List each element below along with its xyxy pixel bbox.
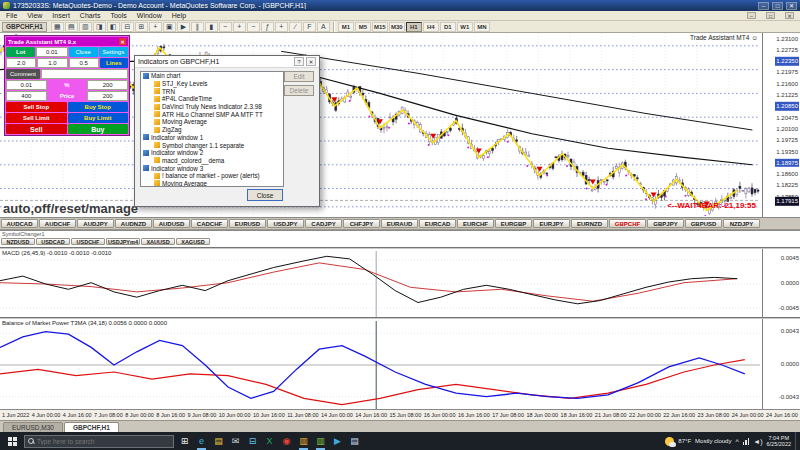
indicator-item[interactable]: ATR HiLo Channel SMP AA MTF TT — [141, 110, 283, 118]
symbol-gbpusd[interactable]: GBPUSD — [685, 219, 722, 228]
menu-insert[interactable]: Insert — [52, 12, 70, 19]
timeframe-m15[interactable]: M15 — [372, 22, 388, 32]
indicator-group[interactable]: Indicator window 3 — [141, 164, 283, 172]
bar-chart-icon[interactable]: ∥ — [191, 22, 204, 32]
indicator-item[interactable]: Moving Average — [141, 118, 283, 126]
symbol-audcad[interactable]: AUDCAD — [1, 219, 38, 228]
symbol-eurusd[interactable]: EURUSD — [229, 219, 266, 228]
tp-button-buy-stop[interactable]: Buy Stop — [68, 102, 129, 112]
profiles-icon[interactable]: ▤ — [65, 22, 78, 32]
file-explorer-icon[interactable]: ▤ — [210, 432, 227, 450]
indicator-group[interactable]: Indicator window 2 — [141, 149, 283, 157]
indicator-item[interactable]: Moving Average — [141, 180, 283, 187]
navigator-icon[interactable]: ◧ — [107, 22, 120, 32]
tp-button-sell[interactable]: Sell — [6, 124, 67, 134]
trade-panel-titlebar[interactable]: Trade Assistant MT4 9.x ✕ — [6, 37, 128, 46]
dialog-close-button[interactable]: Close — [247, 189, 283, 201]
time-axis[interactable]: 1 Jun 20224 Jun 00:004 Jun 16:007 Jun 08… — [0, 409, 800, 420]
tp-button-close[interactable]: Close — [69, 47, 98, 57]
trade-panel-close-icon[interactable]: ✕ — [119, 38, 126, 45]
timeframe-m1[interactable]: M1 — [338, 22, 354, 32]
indicator-group[interactable]: Indicator window 1 — [141, 134, 283, 142]
tp-button-1-0[interactable]: 1.0 — [37, 58, 67, 68]
symbol-gbpjpy[interactable]: GBPJPY — [647, 219, 684, 228]
symbol-audnzd[interactable]: AUDNZD — [115, 219, 152, 228]
timeframe-m30[interactable]: M30 — [389, 22, 405, 32]
price-axis[interactable]: 1.231001.227251.223501.219751.216001.212… — [762, 33, 800, 217]
metaeditor-icon[interactable]: ▣ — [163, 22, 176, 32]
symbol-eurgbp[interactable]: EURGBP — [495, 219, 532, 228]
crosshair-icon[interactable]: + — [275, 22, 288, 32]
timeframe-h4[interactable]: H4 — [423, 22, 439, 32]
fibonacci-icon[interactable]: F — [303, 22, 316, 32]
data-window-icon[interactable]: ◨ — [93, 22, 106, 32]
child-close-button[interactable]: ✕ — [785, 12, 794, 19]
tp-button-400[interactable]: 400 — [6, 91, 47, 101]
tp-button-0-01[interactable]: 0.01 — [6, 80, 47, 90]
taskbar-search[interactable] — [24, 435, 174, 448]
indicator-item[interactable]: STJ_Key Levels — [141, 80, 283, 88]
symbol-eurjpy[interactable]: EURJPY — [533, 219, 570, 228]
timeframe-mn[interactable]: MN — [474, 22, 490, 32]
metatrader-icon[interactable]: ▥ — [295, 432, 312, 450]
start-button[interactable] — [2, 432, 22, 450]
symbol-audjpy[interactable]: AUDJPY — [77, 219, 114, 228]
balance-chart[interactable] — [0, 321, 760, 409]
metatrader-icon-2[interactable]: ▥ — [312, 432, 329, 450]
symbol-nzdusd[interactable]: NZDUSD — [1, 238, 35, 245]
indicator-group[interactable]: Main chart — [141, 72, 283, 80]
chrome-icon[interactable]: ◉ — [278, 432, 295, 450]
indicator-item[interactable]: macd_colored__dema — [141, 157, 283, 165]
trendline-icon[interactable]: ∕ — [289, 22, 302, 32]
candlestick-chart-icon[interactable]: ▮ — [205, 22, 218, 32]
dialog-close-icon[interactable]: ✕ — [306, 57, 316, 66]
timeframe-d1[interactable]: D1 — [440, 22, 456, 32]
indicators-list[interactable]: Main chartSTJ_Key LevelsTRN#P4L CandleTi… — [140, 71, 284, 187]
child-restore-button[interactable]: □ — [766, 12, 775, 19]
delete-button[interactable]: Delete — [284, 85, 314, 96]
symbol-eurchf[interactable]: EURCHF — [457, 219, 494, 228]
symbol-xagusd[interactable]: XAGUSD — [176, 238, 210, 245]
tp-button-0-5[interactable]: 0.5 — [69, 58, 99, 68]
tp-button-buy[interactable]: Buy — [68, 124, 129, 134]
zoom-out-icon[interactable]: − — [247, 22, 260, 32]
clock[interactable]: 7:04 PM 6/25/2022 — [767, 435, 791, 448]
menu-help[interactable]: Help — [172, 12, 186, 19]
indicators-icon[interactable]: ƒ — [261, 22, 274, 32]
symbol-gbpchf[interactable]: GBPCHF — [609, 219, 646, 228]
indicator-item[interactable]: ! balance of market - power (alerts) — [141, 172, 283, 180]
task-view-icon[interactable]: ⊞ — [176, 432, 193, 450]
timeframe-w1[interactable]: W1 — [457, 22, 473, 32]
autotrading-icon[interactable]: ▶ — [177, 22, 190, 32]
timeframe-h1[interactable]: H1 — [406, 22, 422, 32]
telegram-icon[interactable]: ▶ — [329, 432, 346, 450]
dialog-help-button[interactable]: ? — [294, 57, 304, 66]
symbol-eurnzd[interactable]: EURNZD — [571, 219, 608, 228]
menu-window[interactable]: Window — [137, 12, 162, 19]
minimize-button[interactable]: – — [758, 2, 769, 10]
menu-file[interactable]: File — [6, 12, 17, 19]
tp-button-sell-limit[interactable]: Sell Limit — [6, 113, 67, 123]
tp-button-sell-stop[interactable]: Sell Stop — [6, 102, 67, 112]
symbol-usdcad[interactable]: USDCAD — [36, 238, 70, 245]
symbol-audusd[interactable]: AUDUSD — [153, 219, 190, 228]
indicator-item[interactable]: ZigZag — [141, 126, 283, 134]
symbol-usdjpy[interactable]: USDJPY — [267, 219, 304, 228]
chart-tab-eurusd-m30[interactable]: EURUSD,M30 — [3, 422, 63, 432]
zoom-in-icon[interactable]: + — [233, 22, 246, 32]
tp-button-settings[interactable]: Settings — [99, 47, 128, 57]
balance-axis[interactable]: 0.00430.0000-0.0043 — [762, 319, 800, 409]
indicator-item[interactable]: Symbol changer 1.1 separate — [141, 141, 283, 149]
symbol-usdjpym4[interactable]: USDJPYm4 — [106, 238, 140, 245]
terminal-icon[interactable]: ⊟ — [121, 22, 134, 32]
volume-icon[interactable]: ◄) — [753, 438, 762, 445]
store-icon[interactable]: ⊟ — [244, 432, 261, 450]
indicator-item[interactable]: TRN — [141, 87, 283, 95]
balance-of-power-pane[interactable]: Balance of Market Power T3MA (34,18) 0.0… — [0, 317, 800, 409]
edge-icon[interactable]: e — [193, 432, 210, 450]
weather-temp[interactable]: 87°F — [678, 438, 691, 444]
weather-desc[interactable]: Mostly cloudy — [695, 438, 731, 444]
search-input[interactable] — [37, 438, 163, 445]
weather-icon[interactable] — [665, 437, 674, 446]
symbol-eurcad[interactable]: EURCAD — [419, 219, 456, 228]
